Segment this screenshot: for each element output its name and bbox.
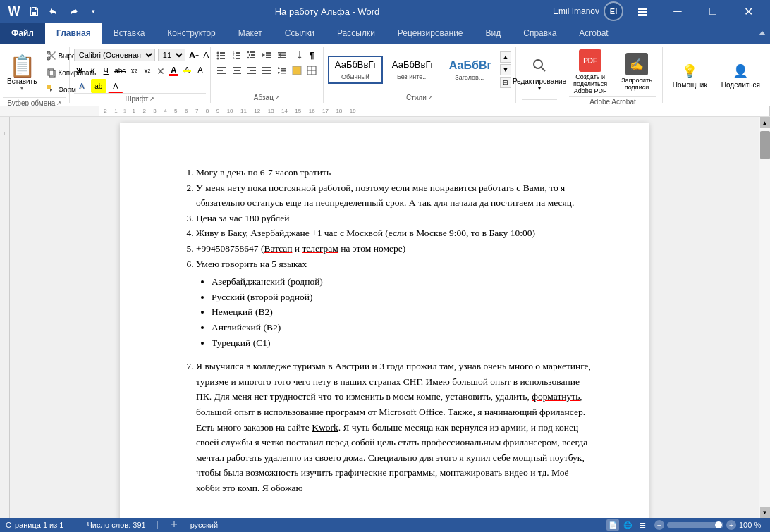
vertical-scrollbar[interactable]: ▲ ▼: [759, 117, 770, 518]
svg-rect-47: [281, 73, 286, 74]
user-avatar[interactable]: EI: [604, 1, 623, 21]
whatsapp-link[interactable]: Ватсап: [264, 243, 292, 254]
styles-scroll-up[interactable]: ▲: [500, 51, 511, 63]
decrease-indent-btn[interactable]: [260, 48, 274, 62]
font-size-selector[interactable]: 11: [158, 49, 185, 61]
ribbon-collapse-icon[interactable]: [757, 28, 767, 38]
zoom-out-btn[interactable]: −: [654, 520, 664, 530]
undo-btn[interactable]: [45, 3, 62, 20]
list-item-4: Живу в Баку, Азербайджане +1 час с Москв…: [196, 225, 592, 241]
align-right-btn[interactable]: [245, 63, 258, 78]
search-button[interactable]: [529, 56, 550, 75]
align-left-btn[interactable]: [215, 63, 228, 78]
align-center-btn[interactable]: [230, 63, 243, 78]
svg-rect-1: [638, 8, 647, 10]
zoom-level: 100 %: [739, 521, 764, 529]
increase-font-btn[interactable]: A+: [188, 48, 200, 62]
document-scroll[interactable]: Могу в день по 6-7 часов тратить У меня …: [10, 117, 759, 518]
svg-rect-28: [266, 55, 271, 56]
superscript-button[interactable]: x2: [142, 63, 153, 78]
scroll-up-btn[interactable]: ▲: [760, 117, 770, 128]
left-sidebar: 1: [0, 117, 10, 518]
view-outline-btn[interactable]: ☰: [636, 519, 649, 531]
svg-point-21: [248, 51, 249, 53]
zoom-in-btn[interactable]: +: [726, 520, 736, 530]
font-color-bg-btn[interactable]: A: [195, 63, 206, 78]
styles-group: АаБбВвГг Обычный АаБбВвГг Без инте... Аа…: [324, 47, 516, 103]
tab-view[interactable]: Вид: [475, 23, 513, 44]
text-color-btn[interactable]: A: [169, 63, 180, 78]
paste-button[interactable]: 📋 Вставить ▾: [3, 53, 41, 93]
multilevel-list-btn[interactable]: [245, 48, 258, 62]
list-item-3: Цена за час 180 рублей: [196, 211, 592, 226]
text-effects-btn[interactable]: A: [74, 79, 90, 93]
show-para-marks-btn[interactable]: ¶: [305, 48, 319, 62]
request-sign-button[interactable]: ✍ Запросить подписи: [617, 51, 656, 92]
scroll-down-btn[interactable]: ▼: [760, 507, 770, 518]
tab-insert[interactable]: Вставка: [102, 23, 157, 44]
toggle-ribbon-btn[interactable]: [626, 0, 659, 23]
underline-button[interactable]: Ч: [100, 63, 111, 78]
paragraph-label: Абзац ↗: [215, 92, 319, 101]
shading-btn[interactable]: [290, 63, 303, 78]
style-normal[interactable]: АаБбВвГг Обычный: [328, 56, 383, 83]
quick-access-dropdown[interactable]: ▾: [85, 3, 102, 20]
lang-5: Турецкий (С1): [212, 335, 592, 351]
highlight-btn[interactable]: ab: [91, 79, 106, 93]
justify-btn[interactable]: [260, 63, 274, 78]
telegram-link[interactable]: телеграм: [302, 243, 338, 254]
acrobat-group: PDF Создать и поделиться Adobe PDF ✍ Зап…: [563, 47, 663, 103]
restore-btn[interactable]: □: [697, 0, 729, 23]
view-web-btn[interactable]: 🌐: [621, 519, 634, 531]
borders-btn[interactable]: [305, 63, 319, 78]
tab-acrobat[interactable]: Acrobat: [568, 23, 619, 44]
tab-design[interactable]: Конструктор: [156, 23, 226, 44]
scroll-track[interactable]: [760, 128, 770, 507]
scroll-thumb[interactable]: [760, 131, 770, 159]
redo-btn[interactable]: [65, 3, 82, 20]
clear-format-btn[interactable]: [155, 63, 166, 78]
bullet-list-btn[interactable]: [215, 48, 228, 62]
svg-rect-36: [233, 67, 241, 68]
svg-point-23: [249, 54, 250, 56]
create-pdf-button[interactable]: PDF Создать и поделиться Adobe PDF: [569, 48, 611, 96]
tab-references[interactable]: Ссылки: [274, 23, 326, 44]
subscript-button[interactable]: x2: [128, 63, 140, 78]
tab-review[interactable]: Рецензирование: [386, 23, 475, 44]
font-color-btn[interactable]: A: [108, 79, 123, 93]
status-right: 📄 🌐 ☰ − + 100 %: [606, 519, 764, 531]
close-btn[interactable]: ✕: [732, 0, 764, 23]
quick-access: W ▾: [6, 3, 102, 20]
track-changes-indicator: [169, 519, 179, 531]
italic-button[interactable]: К: [87, 63, 99, 78]
strikethrough-button[interactable]: abc: [114, 63, 126, 78]
helper-button[interactable]: 💡 Помощник: [668, 60, 711, 90]
style-heading[interactable]: АаБбВг Заголов...: [442, 56, 497, 83]
svg-rect-27: [266, 52, 271, 54]
share-button[interactable]: 👤 Поделиться: [717, 60, 764, 90]
view-print-btn[interactable]: 📄: [606, 519, 619, 531]
sort-btn[interactable]: [290, 48, 303, 62]
font-name-selector[interactable]: Calibri (Основная: [74, 49, 155, 61]
numbered-list-btn[interactable]: 1.2.3.: [230, 48, 243, 62]
kwork-link[interactable]: Kwork: [312, 422, 338, 433]
tab-home[interactable]: Главная: [45, 23, 102, 44]
styles-scroll-down[interactable]: ▼: [500, 64, 511, 75]
save-quick-btn[interactable]: [25, 3, 42, 20]
styles-expand[interactable]: ⊟: [500, 77, 511, 88]
editing-button[interactable]: Редактирование ▾: [513, 78, 566, 92]
tab-help[interactable]: Справка: [512, 23, 568, 44]
tab-file[interactable]: Файл: [0, 23, 45, 44]
svg-rect-10: [220, 52, 225, 54]
svg-point-25: [248, 57, 249, 58]
increase-indent-btn[interactable]: [275, 48, 288, 62]
minimize-btn[interactable]: ─: [661, 0, 694, 23]
tab-layout[interactable]: Макет: [227, 23, 274, 44]
bold-button[interactable]: Ж: [74, 63, 85, 78]
tab-mailings[interactable]: Рассылки: [326, 23, 386, 44]
helper-share-group: 💡 Помощник 👤 Поделиться: [663, 47, 770, 103]
style-no-spacing[interactable]: АаБбВвГг Без инте...: [385, 56, 440, 83]
line-spacing-btn[interactable]: [275, 63, 288, 78]
zoom-slider[interactable]: [667, 522, 723, 528]
highlight-color-btn[interactable]: A: [181, 63, 192, 78]
